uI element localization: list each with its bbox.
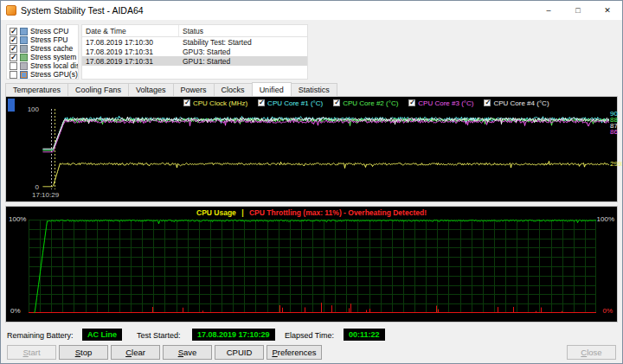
log-datetime: 17.08.2019 17:10:30 [82,38,179,47]
stress-option-label: Stress CPU [30,27,68,35]
stress-option-memory[interactable]: Stress system memory [7,53,78,61]
cache-icon [20,45,28,53]
stress-option-label: Stress system memory [30,53,79,61]
usage-chart-title: CPU Usage | CPU Throttling (max: 11%) - … [6,208,617,217]
legend-checkbox[interactable] [183,99,190,106]
start-button[interactable]: Start [7,345,56,360]
log-row[interactable]: 17.08.2019 17:10:30 Stability Test: Star… [82,37,307,47]
fpu-icon [20,36,28,44]
legend-item-cpu-core-2[interactable]: CPU Core #2 (°C) [333,99,398,107]
legend-item-cpu-core-1[interactable]: CPU Core #1 (°C) [258,99,323,107]
cpu-usage-canvas [29,220,596,313]
tab-temperatures[interactable]: Temperatures [5,83,68,97]
stress-memory-checkbox[interactable] [10,54,17,61]
window-controls: – □ ✕ [534,1,622,20]
button-row: Start Stop Clear Save CPUID Preferences … [1,345,622,361]
log-header: Date & Time Status [82,25,307,37]
stress-option-label: Stress FPU [30,35,67,44]
preferences-button[interactable]: Preferences [267,345,322,360]
legend-checkbox[interactable] [333,99,340,106]
tab-cooling-fans[interactable]: Cooling Fans [67,83,129,97]
chart-legend: CPU Clock (MHz) CPU Core #1 (°C) CPU Cor… [183,98,549,108]
usage-axis-bottom-left: 0% [10,307,21,315]
legend-label: CPU Clock (MHz) [193,99,247,107]
stress-disks-checkbox[interactable] [10,62,17,70]
gpu-icon [20,71,28,79]
stress-option-label: Stress GPU(s) [30,70,78,79]
stress-cache-checkbox[interactable] [10,45,17,53]
title-bar: System Stability Test - AIDA64 – □ ✕ [1,1,622,20]
unified-chart-panel: CPU Clock (MHz) CPU Core #1 (°C) CPU Cor… [5,96,618,202]
disk-icon [20,62,28,70]
close-window-button[interactable]: ✕ [593,1,622,20]
stress-fpu-checkbox[interactable] [10,36,17,44]
column-header-datetime[interactable]: Date & Time [82,25,179,36]
test-started-label: Test Started: [137,331,181,340]
stress-option-cpu[interactable]: Stress CPU [7,27,78,35]
y-axis-min-label: 0 [18,183,39,191]
app-icon [6,5,16,16]
window-title: System Stability Test - AIDA64 [21,5,144,16]
log-row[interactable]: 17.08.2019 17:10:31 GPU1: Started [82,56,307,66]
window-content: Stress CPU Stress FPU Stress cache Stres… [1,20,622,363]
tab-voltages[interactable]: Voltages [128,83,174,97]
stress-cpu-checkbox[interactable] [10,28,17,35]
event-log-table: Date & Time Status 17.08.2019 17:10:30 S… [81,24,308,80]
legend-item-cpu-core-3[interactable]: CPU Core #3 (°C) [408,99,473,107]
maximize-icon: □ [575,6,580,15]
cpu-icon [20,28,28,35]
log-status: GPU3: Started [179,48,307,56]
save-button[interactable]: Save [163,345,212,360]
tab-unified[interactable]: Unified [252,82,292,97]
cpuid-button[interactable]: CPUID [215,345,264,360]
elapsed-time-value: 00:11:22 [344,329,385,341]
stop-button[interactable]: Stop [59,345,108,360]
legend-checkbox[interactable] [408,99,415,106]
log-status: GPU1: Started [179,57,307,66]
usage-title-text: CPU Usage [196,208,236,217]
unified-sensor-canvas [42,109,609,189]
usage-axis-top-right: 100% [597,215,614,223]
status-bar: Remaining Battery: AC Line Test Started:… [1,329,622,342]
log-datetime: 17.08.2019 17:10:31 [82,48,179,56]
legend-checkbox[interactable] [484,99,491,106]
log-row[interactable]: 17.08.2019 17:10:31 GPU3: Started [82,47,307,56]
legend-checkbox[interactable] [258,99,265,106]
close-button[interactable]: Close [567,345,616,360]
usage-axis-top-left: 100% [9,215,26,223]
stress-option-fpu[interactable]: Stress FPU [7,35,78,44]
aida64-stability-test-window: System Stability Test - AIDA64 – □ ✕ Str… [0,0,623,364]
column-header-status[interactable]: Status [179,25,307,36]
minimize-button[interactable]: – [534,1,563,20]
minimize-icon: – [546,6,550,15]
battery-label: Remaining Battery: [7,331,74,340]
log-datetime: 17.08.2019 17:10:31 [82,57,179,66]
log-status: Stability Test: Started [179,38,307,47]
battery-value: AC Line [82,329,122,341]
tab-bar: Temperatures Cooling Fans Voltages Power… [5,82,337,97]
legend-label: CPU Core #3 (°C) [418,99,473,107]
tab-clocks[interactable]: Clocks [214,83,253,97]
legend-label: CPU Core #1 (°C) [267,99,323,107]
stress-gpu-checkbox[interactable] [10,71,17,79]
legend-item-cpu-core-4[interactable]: CPU Core #4 (°C) [484,99,549,107]
y-axis-max-label: 100 [18,105,39,113]
tab-statistics[interactable]: Statistics [291,83,337,97]
elapsed-time-label: Elapsed Time: [285,331,334,340]
usage-title-separator: | [241,208,243,217]
tab-powers[interactable]: Powers [173,83,215,97]
current-value-core3: 86 [610,128,618,136]
stress-options-panel: Stress CPU Stress FPU Stress cache Stres… [6,24,79,80]
stress-option-disks[interactable]: Stress local disks [7,61,78,70]
chart-scrollbar-thumb[interactable] [8,99,15,112]
stress-option-cache[interactable]: Stress cache [7,44,78,53]
throttling-alert-text: CPU Throttling (max: 11%) - Overheating … [249,208,427,217]
legend-label: CPU Core #4 (°C) [493,99,549,107]
memory-icon [20,54,28,61]
stress-option-gpu[interactable]: Stress GPU(s) [7,70,78,79]
legend-item-cpu-clock[interactable]: CPU Clock (MHz) [183,99,247,107]
stress-option-label: Stress local disks [30,61,79,70]
test-started-value: 17.08.2019 17:10:29 [192,329,275,341]
maximize-button[interactable]: □ [563,1,593,20]
clear-button[interactable]: Clear [111,345,160,360]
